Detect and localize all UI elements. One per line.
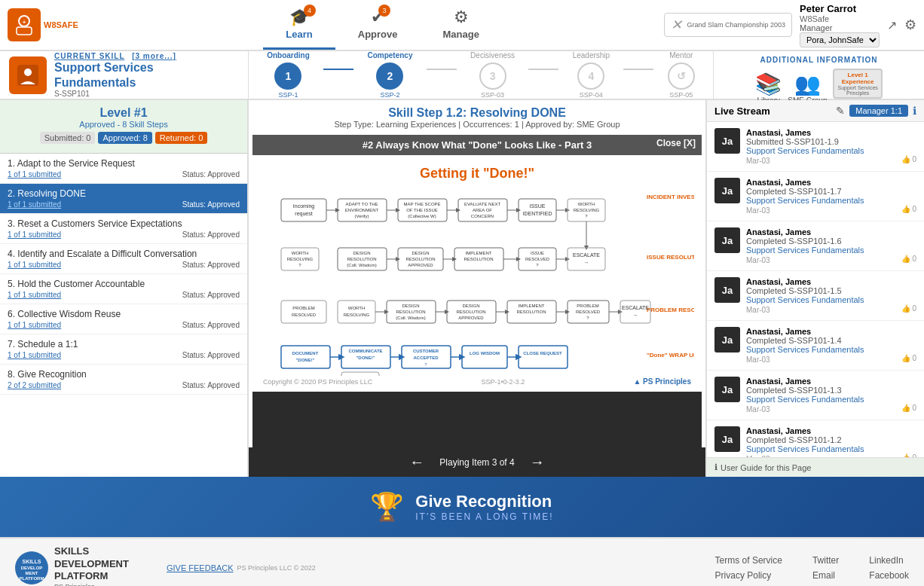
stage-circle-2[interactable]: 2 [376, 63, 403, 90]
svg-text:"DONE!": "DONE!" [356, 356, 375, 360]
step-title-8: 8. Give Recognition [8, 369, 240, 380]
content-meta: Step Type: Learning Experiences | Occurr… [260, 120, 694, 129]
svg-text:→: → [584, 260, 589, 265]
step-title-1: 1. Adapt to the Service Request [8, 158, 240, 169]
linkedin-link[interactable]: LinkedIn [869, 555, 909, 566]
step-status-7: Status: Approved [182, 351, 240, 359]
stream-meta-5: Mar-03 👍 0 [746, 354, 916, 364]
edit-icon[interactable]: ✎ [836, 105, 845, 117]
stream-link-5[interactable]: Support Services Fundamentals [746, 345, 916, 354]
stream-link-3[interactable]: Support Services Fundamentals [746, 246, 916, 255]
stream-link-6[interactable]: Support Services Fundamentals [746, 395, 916, 404]
svg-rect-2 [17, 27, 32, 35]
svg-text:MAP THE SCOPE: MAP THE SCOPE [403, 202, 440, 206]
stream-likes-6: 👍 0 [901, 404, 916, 414]
next-button[interactable]: → [530, 453, 545, 471]
main-content: Level #1 Approved - 8 Skill Steps Submit… [0, 100, 924, 477]
level-badge-title: Level 1Experience [837, 72, 877, 85]
svg-text:OF THE ISSUE: OF THE ISSUE [406, 208, 438, 212]
more-link[interactable]: [3 more...] [132, 52, 176, 60]
close-button[interactable]: Close [X] [656, 138, 696, 148]
email-link[interactable]: Email [812, 570, 839, 581]
tournament-text: Grand Slam Championship 2003 [687, 21, 785, 29]
trophy-icon: 🏆 [370, 491, 404, 523]
svg-text:(Verify): (Verify) [354, 214, 369, 218]
nav-approve[interactable]: ✔ 3 Approve [335, 0, 421, 50]
nav-learn[interactable]: 🎓 4 Learn [263, 0, 335, 50]
svg-text:RESOLUTION: RESOLUTION [347, 257, 376, 261]
stat-returned: Returned: 0 [155, 132, 208, 144]
step-submitted-5[interactable]: 1 of 1 submitted [8, 291, 61, 299]
user-selector[interactable]: Pora, JohnSafe [800, 32, 880, 47]
svg-text:RESOLVED: RESOLVED [525, 257, 550, 261]
step-item-2[interactable]: 2. Resolving DONE 1 of 1 submitted Statu… [0, 184, 247, 214]
stage-mentor[interactable]: Mentor ↺ SSP-05 [668, 51, 695, 99]
step-item-1[interactable]: 1. Adapt to the Service Request 1 of 1 s… [0, 154, 247, 184]
stream-link-4[interactable]: Support Services Fundamentals [746, 295, 916, 304]
svg-text:ESCALATE: ESCALATE [622, 305, 649, 310]
facebook-link[interactable]: Facebook [869, 570, 909, 581]
recognition-banner[interactable]: 🏆 Give Recognition IT'S BEEN A LONG TIME… [0, 477, 924, 537]
svg-text:?: ? [585, 214, 588, 218]
svg-text:RESOLVED: RESOLVED [292, 313, 317, 317]
terms-link[interactable]: Terms of Service [715, 555, 782, 566]
step-item-4[interactable]: 4. Identify and Escalate a Difficult Con… [0, 244, 247, 274]
step-submitted-6[interactable]: 1 of 1 submitted [8, 321, 61, 329]
share-icon[interactable]: ↗ [887, 18, 897, 32]
prev-button[interactable]: ← [409, 453, 424, 471]
level-badge: Level 1Experience Support ServicesPrinci… [833, 69, 882, 99]
svg-text:ENVIRONMENT: ENVIRONMENT [345, 208, 379, 212]
flowchart: INCIDENT INVESTIGATION ISSUE RESOLUTION … [260, 188, 694, 376]
step-submitted-4[interactable]: 1 of 1 submitted [8, 261, 61, 269]
step-submitted-2[interactable]: 1 of 1 submitted [8, 200, 61, 209]
step-item-6[interactable]: 6. Collective Wisdom Reuse 1 of 1 submit… [0, 304, 247, 334]
stream-item-6: Ja Anastasi, James Completed S-SSP101-1.… [707, 371, 924, 420]
stream-link-1[interactable]: Support Services Fundamentals [746, 146, 916, 155]
stream-meta-2: Mar-03 👍 0 [746, 205, 916, 215]
privacy-link[interactable]: Privacy Policy [715, 570, 782, 581]
svg-text:ESCALATE: ESCALATE [573, 252, 600, 258]
svg-text:RESOLUTION: RESOLUTION [396, 310, 425, 314]
step-item-7[interactable]: 7. Schedule a 1:1 1 of 1 submitted Statu… [0, 334, 247, 365]
step-submitted-3[interactable]: 1 of 1 submitted [8, 230, 61, 239]
stage-leadership[interactable]: Leadership 4 SSP-04 [573, 51, 610, 99]
footer-col-legal: Terms of Service Privacy Policy [715, 555, 782, 581]
stage-circle-4[interactable]: 4 [577, 63, 604, 90]
svg-text:PROBLEM: PROBLEM [292, 306, 314, 310]
stage-onboarding[interactable]: Onboarding 1 SSP-1 [267, 51, 310, 99]
step-item-8[interactable]: 8. Give Recognition 2 of 2 submitted Sta… [0, 365, 247, 395]
stage-circle-3[interactable]: 3 [479, 63, 506, 90]
stream-link-2[interactable]: Support Services Fundamentals [746, 196, 916, 205]
settings-icon[interactable]: ⚙ [904, 17, 916, 33]
stream-action-7: Completed S-SSP101-1.2 [746, 435, 916, 444]
manager-badge[interactable]: Manager 1:1 [849, 105, 908, 117]
stage-decisiveness[interactable]: Decisiveness 3 SSP-03 [470, 51, 515, 99]
step-item-5[interactable]: 5. Hold the Customer Accountable 1 of 1 … [0, 274, 247, 304]
copyright-text: Copyright © 2020 PS Principles LLC [263, 378, 372, 386]
footer-logo-icon: SKILLS DEVELOP MENT PLATFORM [15, 551, 48, 584]
logo-icon[interactable]: + [8, 8, 41, 41]
step-item-3[interactable]: 3. Reset a Customers Service Expectation… [0, 214, 247, 244]
stage-circle-1[interactable]: 1 [274, 63, 301, 90]
step-submitted-1[interactable]: 1 of 1 submitted [8, 170, 61, 179]
playing-text: Playing Item 3 of 4 [439, 457, 514, 468]
stage-circle-5[interactable]: ↺ [668, 63, 695, 90]
stage-competency[interactable]: Competency 2 SSP-2 [367, 51, 412, 99]
stream-action-1: Submitted S-SSP101-1.9 [746, 137, 916, 146]
give-feedback-link[interactable]: GIVE FEEDBACK [167, 563, 234, 572]
stream-date-2: Mar-03 [746, 206, 770, 215]
center-panel: Skill Step 1.2: Resolving DONE Step Type… [249, 100, 705, 477]
step-submitted-8[interactable]: 2 of 2 submitted [8, 381, 61, 389]
twitter-link[interactable]: Twitter [812, 555, 839, 566]
step-submitted-7[interactable]: 1 of 1 submitted [8, 351, 61, 359]
stream-name-3: Anastasi, James [746, 227, 916, 237]
footer-col-social1: Twitter Email [812, 555, 839, 581]
stream-link-7[interactable]: Support Services Fundamentals [746, 444, 916, 453]
svg-text:IMPLEMENT: IMPLEMENT [465, 251, 491, 255]
svg-text:COMMUNICATE: COMMUNICATE [348, 349, 382, 353]
info-icon[interactable]: ℹ [913, 105, 916, 117]
user-name: Peter Carrot [800, 3, 880, 14]
nav-manage[interactable]: ⚙ Manage [421, 0, 502, 50]
svg-text:?: ? [586, 316, 589, 320]
stream-items: Ja Anastasi, James Submitted S-SSP101-1.… [707, 122, 924, 457]
